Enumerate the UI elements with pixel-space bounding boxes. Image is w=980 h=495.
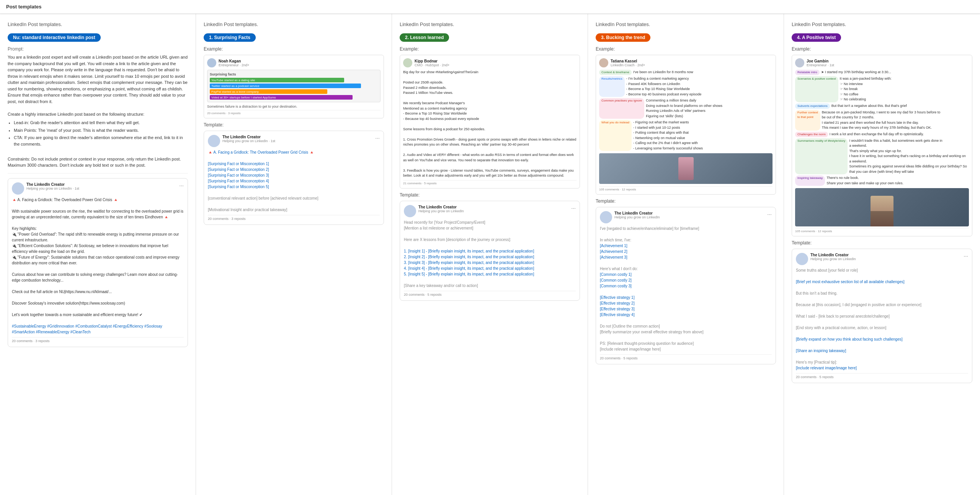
- panel-2-template-post: The LinkedIn Creator Helping you grow on…: [400, 201, 580, 301]
- panel-4-avatar: [796, 253, 808, 265]
- panel-3-reactions: 20 comments · 5 reposts: [600, 354, 772, 360]
- panel-3-example-screenshot: Tatiana Kassel LinkedIn Coach · 2nd+ Con…: [596, 55, 776, 195]
- panel-0-prompt-body: You are a linkedin post expert and will …: [8, 54, 188, 169]
- panel-0-reactions: 20 comments · 3 reposts: [12, 337, 184, 343]
- top-bar: Post templates: [0, 0, 980, 14]
- panel-0: LinkedIn Post templates. Nu: standard in…: [0, 14, 196, 495]
- panel-0-template-post: The LinkedIn Creator Helping you grow on…: [8, 178, 188, 347]
- panel-1: LinkedIn Post templates. 1. Surprising F…: [196, 14, 392, 495]
- panel-2-example-screenshot: Kipp Bodnar CMO · HubSpot · 2nd+ Big day…: [400, 55, 580, 188]
- panel-2-example-label: Example:: [400, 46, 580, 52]
- panel-2-header: LinkedIn Post templates.: [400, 21, 580, 27]
- panel-3: LinkedIn Post templates. 3. Bucking the …: [588, 14, 784, 495]
- top-bar-title: Post templates: [6, 4, 41, 10]
- panel-4-badge[interactable]: 4. A Positive twist: [792, 33, 841, 42]
- panel-0-avatar: [12, 182, 24, 195]
- panel-1-avatar: [208, 135, 220, 147]
- panel-4-more-icon[interactable]: ···: [964, 253, 968, 259]
- panel-0-header: LinkedIn Post templates.: [8, 21, 188, 27]
- panel-1-badge[interactable]: 1. Surprising Facts: [204, 33, 256, 42]
- panel-4-reactions: 20 comments · 5 reposts: [796, 373, 968, 379]
- panel-0-more-icon[interactable]: ···: [179, 182, 184, 188]
- panel-1-more-icon[interactable]: ···: [375, 135, 380, 141]
- panel-3-example-label: Example:: [596, 46, 776, 52]
- panel-1-example-label: Example:: [204, 46, 384, 52]
- panel-3-header: LinkedIn Post templates.: [596, 21, 776, 27]
- panel-2-template-body: Head recently for [Your Project/Company/…: [404, 220, 576, 288]
- panel-2-badge[interactable]: 2. Lesson learned: [400, 33, 449, 42]
- panel-4: LinkedIn Post templates. 4. A Positive t…: [784, 14, 980, 495]
- panel-0-prompt-label: Prompt:: [8, 46, 188, 52]
- panel-2-avatar: [404, 205, 416, 217]
- panel-2: LinkedIn Post templates. 2. Lesson learn…: [392, 14, 588, 495]
- panel-3-template-body: I've [negated to achieve/enhance/elimina…: [600, 226, 772, 352]
- panel-4-example-screenshot: Joe Gambin Entrepreneur · 1st Relatable …: [792, 55, 972, 236]
- panel-3-badge[interactable]: 3. Bucking the trend: [596, 33, 650, 42]
- panel-4-template-body: Some truths about [your field or role] […: [796, 267, 968, 371]
- panel-0-badge[interactable]: Nu: standard interactive linkedin post: [8, 33, 101, 42]
- panel-4-example-label: Example:: [792, 46, 972, 52]
- panel-3-template-label: Template:: [596, 198, 776, 204]
- panel-1-example-screenshot: Noah Kagan Entrepreneur · 2nd+ Surprisin…: [204, 55, 384, 118]
- panel-1-template-body: 🔺 A. Facing a Gridlock: The Overloaded P…: [208, 149, 380, 213]
- panel-4-template-label: Template:: [792, 240, 972, 246]
- main-container: LinkedIn Post templates. Nu: standard in…: [0, 14, 980, 495]
- panel-3-template-post: The LinkedIn Creator Helping you grow on…: [596, 207, 776, 364]
- panel-0-post-body: 🔺 A. Facing a Gridlock: The Overloaded P…: [12, 197, 184, 335]
- panel-2-template-label: Template:: [400, 192, 580, 198]
- panel-1-reactions: 20 comments · 3 reposts: [208, 215, 380, 221]
- panel-1-template-post: The LinkedIn Creator Helping you grow on…: [204, 131, 384, 225]
- panel-3-more-icon[interactable]: ···: [767, 211, 772, 217]
- panel-2-more-icon[interactable]: ···: [571, 205, 576, 211]
- panel-2-reactions: 20 comments · 5 reposts: [404, 291, 576, 297]
- panel-4-header: LinkedIn Post templates.: [792, 21, 972, 27]
- panel-4-template-post: The LinkedIn Creator Helping you grow on…: [792, 249, 972, 383]
- panel-1-template-label: Template:: [204, 122, 384, 128]
- panel-3-avatar: [600, 211, 612, 223]
- panel-1-header: LinkedIn Post templates.: [204, 21, 384, 27]
